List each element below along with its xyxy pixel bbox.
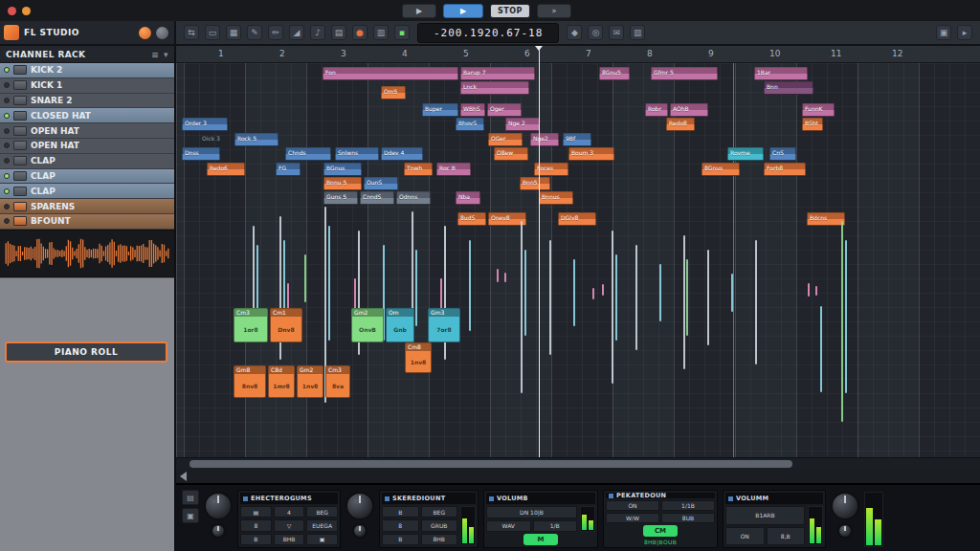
mute-tool-icon[interactable]: ♪ xyxy=(310,25,325,40)
playlist-clip[interactable]: Bnnus xyxy=(539,191,573,205)
playlist-clip[interactable]: CnndS xyxy=(360,191,394,205)
note-line[interactable] xyxy=(683,235,685,369)
playlist-clip[interactable]: OGer xyxy=(488,133,523,146)
menu-icon[interactable]: ≡ xyxy=(151,50,159,59)
more-icon[interactable]: ▸ xyxy=(957,25,972,40)
playlist-clip[interactable]: FunnK xyxy=(802,103,835,117)
channel-item[interactable]: CLAP xyxy=(0,184,174,199)
note-line[interactable] xyxy=(415,250,417,326)
note-line[interactable] xyxy=(612,231,613,384)
mixer-cell[interactable]: DN 10|B xyxy=(486,506,577,518)
playlist-clip[interactable]: Bnn5 xyxy=(520,177,550,190)
stop-button[interactable]: STOP xyxy=(490,4,530,18)
playlist-clip[interactable]: Nba xyxy=(456,191,480,205)
mixer-cell[interactable]: B xyxy=(382,534,419,545)
mixer-cell[interactable]: 1/B xyxy=(533,520,578,533)
midi-activity-led-icon[interactable]: ▪ xyxy=(394,25,410,40)
mixer-cell[interactable]: BEG xyxy=(421,506,458,518)
mixer-cell[interactable]: W/W xyxy=(606,513,659,523)
mixer-cell[interactable]: 8,B xyxy=(767,527,806,546)
playlist-clip[interactable]: Roc B xyxy=(436,163,471,176)
note-chord-block[interactable]: OmGnb xyxy=(386,308,414,342)
playlist-clip[interactable]: Redo6 xyxy=(207,163,245,176)
playlist-clip[interactable]: WBhS xyxy=(460,103,485,117)
mixer-cell[interactable]: EUEGA xyxy=(306,519,338,531)
note-line[interactable] xyxy=(635,245,637,350)
playlist-clip[interactable]: Chnds xyxy=(285,147,331,161)
channel-mute-led[interactable] xyxy=(4,82,10,88)
playlist-clip[interactable]: Lnck xyxy=(460,81,529,95)
playlist-clip[interactable]: Gfmr 5 xyxy=(651,67,718,80)
note-line[interactable] xyxy=(815,286,817,296)
note-line[interactable] xyxy=(497,269,499,282)
note-line[interactable] xyxy=(659,264,661,321)
master-pan-knob-fine[interactable] xyxy=(837,523,853,539)
sample-waveform-panel[interactable] xyxy=(0,230,174,277)
note-chord-block[interactable]: Gm21nv8 xyxy=(297,365,323,398)
note-chord-block[interactable]: C8d1mr8 xyxy=(268,365,295,398)
record-indicator-icon[interactable]: ● xyxy=(352,25,368,40)
channel-mute-led[interactable] xyxy=(4,67,10,73)
playlist-clip[interactable]: Bnn xyxy=(764,81,813,95)
mixer-green-button[interactable]: CM xyxy=(643,525,678,537)
note-line[interactable] xyxy=(304,254,306,302)
playlist-clip[interactable]: Odnns xyxy=(396,191,431,205)
channel-item[interactable]: KICK 2 xyxy=(0,63,174,78)
playlist-clip[interactable]: Oger xyxy=(487,103,522,117)
mixer-green-button[interactable]: M xyxy=(523,534,558,545)
note-line[interactable] xyxy=(615,254,617,341)
channel-mute-led[interactable] xyxy=(4,113,10,119)
playlist-clip[interactable]: Buper xyxy=(422,103,458,117)
note-line[interactable] xyxy=(573,259,575,326)
playlist-clip[interactable]: Robr xyxy=(645,103,668,117)
note-line[interactable] xyxy=(841,221,843,422)
playlist-grid[interactable]: FonBarup 78Gnu5Gfmr 51BarLnckBnnOm5Buper… xyxy=(176,63,980,457)
options-circle-button[interactable] xyxy=(156,27,168,39)
playhead[interactable] xyxy=(539,46,540,457)
playlist-clip[interactable]: CnS xyxy=(769,147,796,161)
cpu-meter-icon[interactable]: ▥ xyxy=(630,25,645,40)
mixer-cell[interactable]: 8HB xyxy=(421,534,458,545)
note-chord-block[interactable]: Cm81nv8 xyxy=(405,342,432,373)
playlist-clip[interactable]: Nge2 xyxy=(530,133,559,146)
mixer-cell[interactable]: ON xyxy=(725,527,765,546)
note-chord-block[interactable]: Gm88nv8 xyxy=(234,365,266,398)
scroll-left-icon[interactable] xyxy=(180,472,187,481)
hint-icon[interactable]: ◆ xyxy=(567,25,582,40)
playlist-clip[interactable]: Boum 3 xyxy=(568,147,614,161)
note-line[interactable] xyxy=(731,274,733,312)
playback-marker-icon[interactable]: ▤ xyxy=(331,25,346,40)
mixer-cell[interactable]: 1/1B xyxy=(661,500,715,511)
collapse-icon[interactable]: ▾ xyxy=(164,50,168,59)
display-icon[interactable]: ▭ xyxy=(205,25,220,40)
playlist-clip[interactable]: BGnus xyxy=(323,163,362,176)
channel-mute-led[interactable] xyxy=(4,188,10,194)
mixer-cell[interactable]: B xyxy=(382,506,419,518)
playlist-clip[interactable]: 9Bf xyxy=(563,133,591,146)
playlist-clip[interactable]: Om5 xyxy=(381,86,406,99)
channel-item[interactable]: SNARE 2 xyxy=(0,94,174,109)
skip-button[interactable]: » xyxy=(537,4,571,18)
channel-item[interactable]: CLOSED HAT xyxy=(0,108,174,123)
playlist-clip[interactable]: Snlwns xyxy=(335,147,379,161)
note-line[interactable] xyxy=(820,306,822,392)
note-line[interactable] xyxy=(845,240,847,393)
eq-knob[interactable] xyxy=(345,492,374,520)
mixer-cell[interactable]: B1ARB xyxy=(725,506,805,525)
playlist-clip[interactable]: O8ew xyxy=(494,147,528,161)
playlist-clip[interactable]: Rock 5 xyxy=(234,133,278,146)
playlist-clip[interactable]: 8Gnu5 xyxy=(599,67,630,80)
playlist-clip[interactable]: Forb8 xyxy=(764,163,806,176)
note-chord-block[interactable]: Cm31or8 xyxy=(234,308,268,342)
note-line[interactable] xyxy=(524,250,526,336)
channel-item[interactable]: OPEN HAT xyxy=(0,123,174,139)
channel-mute-led[interactable] xyxy=(4,158,10,164)
playlist-clip[interactable]: Order 3 xyxy=(182,118,228,131)
playlist-clip[interactable]: Oick 3 xyxy=(199,133,235,146)
mixer-cell[interactable]: GRUB xyxy=(421,519,458,531)
mixer-cell[interactable]: ▽ xyxy=(274,519,305,531)
mixer-cell[interactable]: WAV xyxy=(486,520,531,533)
playlist-clip[interactable]: BSht xyxy=(802,118,823,131)
sync-circle-button[interactable] xyxy=(139,27,151,39)
note-line[interactable] xyxy=(354,278,356,312)
